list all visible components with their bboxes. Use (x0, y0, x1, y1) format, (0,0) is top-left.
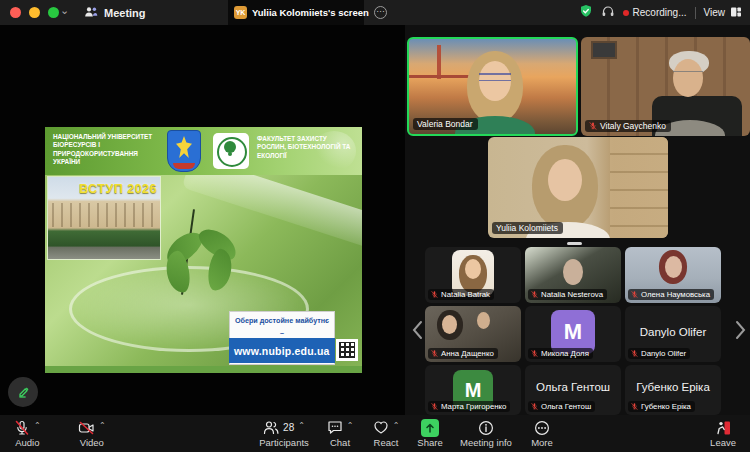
react-button[interactable]: ⌃ React (362, 419, 410, 448)
video-tile-valeria-bondar[interactable]: Valeria Bondar (407, 37, 578, 136)
view-label: View (704, 7, 726, 18)
chat-options-chevron[interactable]: ⌃ (347, 421, 354, 430)
muted-mic-icon (531, 291, 538, 298)
gallery-tile-olha-hentosh[interactable]: Ольга Гентош Ольга Гентош (525, 365, 621, 415)
view-button[interactable]: View (704, 6, 743, 20)
muted-mic-icon (589, 122, 597, 130)
room-background (610, 137, 668, 238)
participant-name-label: Анна Дащенко (428, 348, 498, 359)
tab-meeting[interactable]: Meeting (84, 0, 146, 25)
minimize-window-button[interactable] (29, 7, 40, 18)
qr-code (336, 339, 358, 361)
participant-name: Олена Наумовська (641, 290, 710, 299)
close-window-button[interactable] (10, 7, 21, 18)
leave-label: Leave (710, 437, 736, 448)
audio-button[interactable]: ⌃ Audio (14, 419, 41, 448)
meeting-info-label: Meeting info (460, 437, 512, 448)
participant-name-label: Valeria Bondar (413, 118, 478, 130)
glasses (479, 73, 511, 81)
info-icon (478, 420, 494, 436)
participant-name: Natalia Nesterova (541, 290, 603, 299)
leave-button[interactable]: Leave (710, 419, 736, 448)
participant-display-name: Danylo Olifer (625, 326, 721, 338)
titlebar-status: Recording... View (579, 0, 742, 25)
participants-group-icon (84, 6, 98, 20)
participant-name: Vitaly Gaychenko (600, 121, 666, 131)
security-shield-icon[interactable] (579, 4, 593, 22)
participant-name-label: Yuliia Kolomiiets (492, 222, 563, 234)
participant-video (442, 315, 457, 334)
website-banner: www.nubip.edu.ua (229, 338, 335, 363)
mic-muted-icon (14, 420, 30, 436)
zoom-window-button[interactable] (48, 7, 59, 18)
meeting-info-button[interactable]: Meeting info (450, 419, 522, 448)
muted-mic-icon (531, 403, 538, 410)
gallery-prev-button[interactable] (409, 315, 425, 345)
audio-options-chevron[interactable]: ⌃ (34, 421, 41, 430)
more-button[interactable]: More (522, 419, 562, 448)
chevron-down-icon[interactable]: ⌄ (60, 4, 69, 17)
muted-mic-icon (431, 291, 438, 298)
participant-video (477, 312, 490, 329)
video-button[interactable]: ⌃ Video (78, 419, 106, 448)
participant-name-label: Natalia Nesterova (528, 289, 607, 300)
participants-options-chevron[interactable]: ⌃ (298, 421, 305, 430)
participant-name-label: Natalia Batrak (428, 289, 494, 300)
gallery-tile-mykola-dolia[interactable]: M Микола Доля (525, 306, 621, 362)
admission-title: ВСТУП 2026 (79, 182, 157, 196)
participants-icon (263, 420, 279, 435)
video-tile-vitaly-gaychenko[interactable]: Vitaly Gaychenko (581, 37, 750, 136)
more-label: More (531, 437, 553, 448)
glasses (673, 71, 703, 78)
muted-mic-icon (631, 350, 638, 357)
tab-shared-screen[interactable]: YK Yuliia Kolomiiets's screen ⋯ (228, 0, 364, 25)
room-background (591, 41, 617, 59)
participant-name: Ольга Гентош (541, 402, 591, 411)
window-controls (10, 7, 59, 18)
annotate-button[interactable] (8, 377, 38, 407)
gallery-tile-natalia-batrak[interactable]: Natalia Batrak (425, 247, 521, 303)
headphones-icon (601, 4, 615, 22)
participant-name: Yuliia Kolomiiets (496, 223, 558, 233)
participant-name-label: Марта Григоренко (428, 401, 510, 412)
gallery-tile-marta-hryhorenko[interactable]: M Марта Григоренко (425, 365, 521, 415)
chevron-left-icon (412, 320, 423, 340)
heart-icon (373, 420, 389, 435)
building-windows (52, 203, 156, 227)
participant-name: Анна Дащенко (441, 349, 494, 358)
gallery-drag-handle[interactable] (567, 242, 582, 245)
muted-mic-icon (431, 350, 438, 357)
video-panel: Valeria Bondar Vitaly Gaychenko (405, 25, 750, 415)
gallery-next-button[interactable] (732, 315, 748, 345)
video-tile-yuliia-kolomiiets[interactable]: Yuliia Kolomiiets (488, 137, 668, 238)
gallery-tile-anna-dashchenko[interactable]: Анна Дащенко (425, 306, 521, 362)
participant-name-label: Олена Наумовська (628, 289, 714, 300)
slide-footer-strip (45, 366, 362, 373)
university-crest-logo (167, 130, 201, 172)
presentation-slide: НАЦІОНАЛЬНИЙ УНІВЕРСИТЕТ БІОРЕСУРСІВ І П… (45, 127, 362, 373)
leave-door-icon (715, 420, 732, 436)
participant-name: Natalia Batrak (441, 290, 490, 299)
gallery-tile-danylo-olifer[interactable]: Danylo Olifer Danylo Olifer (625, 306, 721, 362)
share-button[interactable]: Share (410, 419, 450, 448)
chat-icon (327, 420, 343, 435)
participant-video (479, 61, 511, 101)
chevron-right-icon (735, 320, 746, 340)
video-options-chevron[interactable]: ⌃ (99, 421, 106, 430)
video-label: Video (80, 437, 104, 448)
gallery-tile-olena-naumovska[interactable]: Олена Наумовська (625, 247, 721, 303)
react-options-chevron[interactable]: ⌃ (393, 421, 400, 430)
tab-options-button[interactable]: ⋯ (374, 6, 387, 19)
participants-button[interactable]: 28 ⌃ Participants (252, 419, 316, 448)
chat-button[interactable]: ⌃ Chat (318, 419, 362, 448)
audio-label: Audio (15, 437, 39, 448)
gallery-tile-natalia-nesterova[interactable]: Natalia Nesterova (525, 247, 621, 303)
participant-name-label: Губенко Еріка (628, 401, 695, 412)
participant-name-label: Микола Доля (528, 348, 593, 359)
campus-building-photo: ВСТУП 2026 (48, 177, 160, 259)
gallery-tile-hubenko-erika[interactable]: Губенко Еріка Губенко Еріка (625, 365, 721, 415)
slide-header: НАЦІОНАЛЬНИЙ УНІВЕРСИТЕТ БІОРЕСУРСІВ І П… (45, 127, 362, 175)
muted-mic-icon (531, 350, 538, 357)
participant-video (563, 259, 583, 285)
slide-body: ВСТУП 2026 Обери достойне майбутнє – оби… (45, 175, 362, 366)
